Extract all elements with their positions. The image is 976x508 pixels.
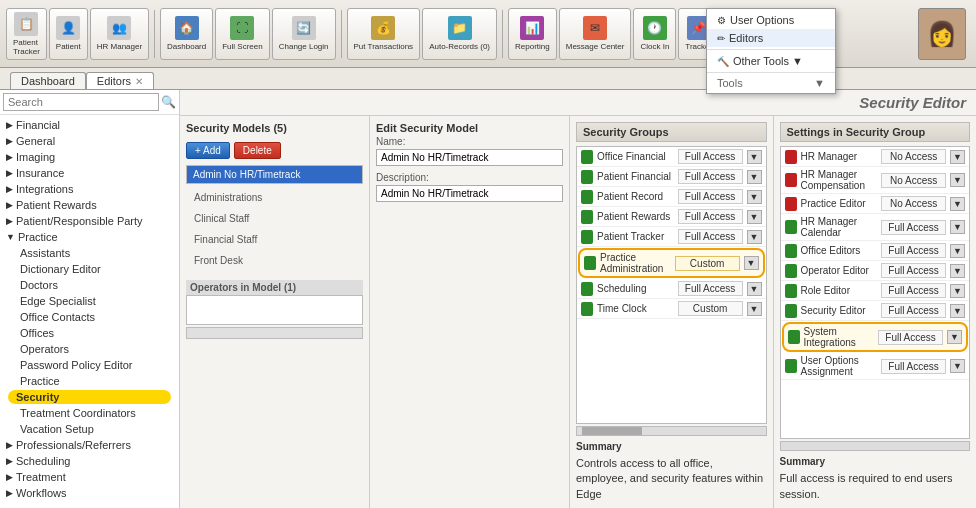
sidebar-item-insurance[interactable]: ▶Insurance <box>0 165 179 181</box>
search-icon[interactable]: 🔍 <box>161 95 176 109</box>
setting-dropdown-btn[interactable]: ▼ <box>950 150 965 164</box>
chevron-right-icon10: ▶ <box>6 472 13 482</box>
groups-scrollbar[interactable] <box>576 426 767 436</box>
sidebar-subitem-operators[interactable]: Operators <box>0 341 179 357</box>
add-model-btn[interactable]: + Add <box>186 142 230 159</box>
sidebar-subitem-security[interactable]: Security <box>8 390 171 404</box>
editors-item[interactable]: ✏ Editors <box>707 29 835 47</box>
sidebar-subitem-assistants[interactable]: Assistants <box>0 245 179 261</box>
sidebar-subitem-treatment-coord[interactable]: Treatment Coordinators <box>0 405 179 421</box>
sidebar-item-scheduling[interactable]: ▶Scheduling <box>0 453 179 469</box>
chevron-right-icon6: ▶ <box>6 200 13 210</box>
tools-dropdown: ⚙ User Options ✏ Editors 🔨 Other Tools ▼… <box>706 8 836 94</box>
sidebar-item-patient-rewards-label: Patient Rewards <box>16 199 97 211</box>
description-input[interactable] <box>376 185 563 202</box>
color-indicator <box>785 244 797 258</box>
tab-dashboard[interactable]: Dashboard <box>10 72 86 89</box>
sidebar-subitem-practice[interactable]: Practice <box>0 373 179 389</box>
setting-access: Full Access <box>878 330 943 345</box>
sidebar-search-bar: 🔍 <box>0 90 179 115</box>
setting-dropdown-btn[interactable]: ▼ <box>950 304 965 318</box>
group-dropdown-btn[interactable]: ▼ <box>747 170 762 184</box>
tab-editors[interactable]: Editors ✕ <box>86 72 154 89</box>
patient-tracker-btn[interactable]: 📋 PatientTracker <box>6 8 47 60</box>
sidebar-item-patient-responsible[interactable]: ▶Patient/Responsible Party <box>0 213 179 229</box>
group-access: Custom <box>675 256 740 271</box>
sidebar-item-professionals[interactable]: ▶Professionals/Referrers <box>0 437 179 453</box>
sidebar-subitem-vacation[interactable]: Vacation Setup <box>0 421 179 437</box>
change-login-btn[interactable]: 🔄 Change Login <box>272 8 336 60</box>
settings-summary-text: Full access is required to end users ses… <box>780 471 971 502</box>
models-buttons: + Add Delete <box>186 142 363 159</box>
setting-dropdown-btn[interactable]: ▼ <box>950 244 965 258</box>
group-name: Patient Financial <box>597 171 674 182</box>
sidebar-item-financial[interactable]: ▶Financial <box>0 117 179 133</box>
search-input[interactable] <box>3 93 159 111</box>
group-name: Patient Rewards <box>597 211 674 222</box>
group-dropdown-btn[interactable]: ▼ <box>747 150 762 164</box>
group-row-practice-admin: Practice Administration Custom ▼ <box>578 248 765 278</box>
operators-panel: Operators in Model (1) <box>186 280 363 339</box>
sidebar-item-imaging[interactable]: ▶Imaging <box>0 149 179 165</box>
sidebar-item-patient-rewards[interactable]: ▶Patient Rewards <box>0 197 179 213</box>
setting-dropdown-btn[interactable]: ▼ <box>950 220 965 234</box>
settings-scrollbar[interactable] <box>780 441 971 451</box>
reporting-btn[interactable]: 📊 Reporting <box>508 8 557 60</box>
sidebar-item-practice[interactable]: ▼Practice <box>0 229 179 245</box>
setting-dropdown-btn[interactable]: ▼ <box>950 359 965 373</box>
setting-dropdown-btn[interactable]: ▼ <box>950 284 965 298</box>
tab-editors-close[interactable]: ✕ <box>135 76 143 87</box>
sidebar-item-treatment[interactable]: ▶Treatment <box>0 469 179 485</box>
group-dropdown-btn[interactable]: ▼ <box>747 190 762 204</box>
sidebar-subitem-password[interactable]: Password Policy Editor <box>0 357 179 373</box>
put-transactions-icon: 💰 <box>371 16 395 40</box>
color-indicator <box>581 302 593 316</box>
sidebar-subitem-office-contacts[interactable]: Office Contacts <box>0 309 179 325</box>
group-dropdown-btn[interactable]: ▼ <box>747 302 762 316</box>
put-transactions-btn[interactable]: 💰 Put Transactions <box>347 8 421 60</box>
setting-dropdown-btn[interactable]: ▼ <box>947 330 962 344</box>
sidebar-list: ▶Financial ▶General ▶Imaging ▶Insurance … <box>0 115 179 508</box>
active-model-item[interactable]: Admin No HR/Timetrack <box>186 165 363 184</box>
name-label: Name: <box>376 136 563 147</box>
sidebar-subitem-edge-specialist[interactable]: Edge Specialist <box>0 293 179 309</box>
model-administrations[interactable]: Administrations <box>186 190 363 205</box>
model-financial-staff[interactable]: Financial Staff <box>186 232 363 247</box>
chevron-right-icon8: ▶ <box>6 440 13 450</box>
name-input[interactable] <box>376 149 563 166</box>
message-center-btn[interactable]: ✉ Message Center <box>559 8 632 60</box>
sidebar-item-integrations[interactable]: ▶Integrations <box>0 181 179 197</box>
tab-dashboard-label: Dashboard <box>21 75 75 87</box>
group-name: Practice Administration <box>600 252 671 274</box>
setting-access: No Access <box>881 149 946 164</box>
group-dropdown-btn[interactable]: ▼ <box>747 282 762 296</box>
setting-dropdown-btn[interactable]: ▼ <box>950 197 965 211</box>
model-front-desk[interactable]: Front Desk <box>186 253 363 268</box>
auto-records-btn[interactable]: 📁 Auto-Records (0) <box>422 8 497 60</box>
sidebar-subitem-dictionary[interactable]: Dictionary Editor <box>0 261 179 277</box>
full-screen-btn[interactable]: ⛶ Full Screen <box>215 8 269 60</box>
operators-scrollbar[interactable] <box>186 327 363 339</box>
color-indicator <box>581 282 593 296</box>
sidebar-item-general[interactable]: ▶General <box>0 133 179 149</box>
setting-dropdown-btn[interactable]: ▼ <box>950 173 965 187</box>
clock-btn[interactable]: 🕐 Clock In <box>633 8 676 60</box>
sidebar-subitem-offices[interactable]: Offices <box>0 325 179 341</box>
color-indicator <box>581 170 593 184</box>
group-dropdown-btn[interactable]: ▼ <box>747 210 762 224</box>
group-dropdown-btn[interactable]: ▼ <box>747 230 762 244</box>
model-clinical-staff[interactable]: Clinical Staff <box>186 211 363 226</box>
patient-btn[interactable]: 👤 Patient <box>49 8 88 60</box>
other-tools-item[interactable]: 🔨 Other Tools ▼ <box>707 52 835 70</box>
setting-dropdown-btn[interactable]: ▼ <box>950 264 965 278</box>
dashboard-btn[interactable]: 🏠 Dashboard <box>160 8 213 60</box>
sep3 <box>502 10 503 58</box>
sidebar-item-workflows[interactable]: ▶Workflows <box>0 485 179 501</box>
delete-model-btn[interactable]: Delete <box>234 142 281 159</box>
hr-manager-btn[interactable]: 👥 HR Manager <box>90 8 149 60</box>
user-options-item[interactable]: ⚙ User Options <box>707 11 835 29</box>
edit-security-model-panel: Edit Security Model Name: Description: <box>370 116 570 508</box>
group-dropdown-btn[interactable]: ▼ <box>744 256 759 270</box>
security-models-title: Security Models (5) <box>186 122 363 134</box>
sidebar-subitem-doctors[interactable]: Doctors <box>0 277 179 293</box>
